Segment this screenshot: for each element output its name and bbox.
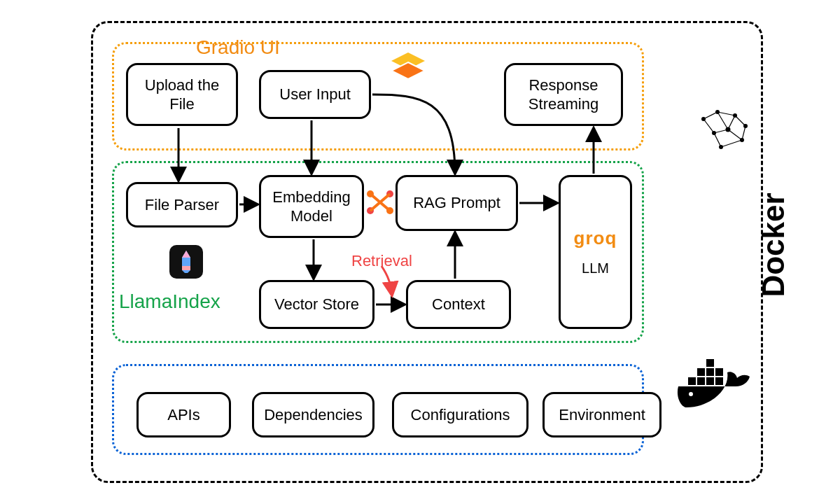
llamaindex-section-title: LlamaIndex xyxy=(119,290,220,313)
svg-rect-10 xyxy=(706,377,714,385)
svg-line-19 xyxy=(735,115,746,126)
node-label: User Input xyxy=(279,85,351,104)
svg-point-31 xyxy=(743,124,748,128)
svg-rect-9 xyxy=(697,377,705,385)
environment-node: Environment xyxy=(542,392,662,438)
node-label: EmbeddingModel xyxy=(272,188,350,226)
node-label: RAG Prompt xyxy=(413,193,500,213)
node-label: Vector Store xyxy=(274,295,359,314)
svg-point-35 xyxy=(719,145,723,149)
node-label: Configurations xyxy=(411,405,510,425)
vector-store-node: Vector Store xyxy=(259,280,374,329)
apis-node: APIs xyxy=(136,392,231,438)
svg-marker-1 xyxy=(391,62,425,79)
node-label: Environment xyxy=(559,405,645,425)
gradio-logo-icon xyxy=(388,52,428,89)
svg-line-26 xyxy=(718,112,728,130)
svg-point-33 xyxy=(726,127,731,132)
configurations-node: Configurations xyxy=(392,392,528,438)
svg-rect-8 xyxy=(688,377,696,385)
node-label: Upload theFile xyxy=(145,76,219,114)
svg-rect-11 xyxy=(715,377,723,385)
svg-point-30 xyxy=(733,113,737,118)
groq-llm-node: groq LLM xyxy=(559,175,632,329)
svg-line-25 xyxy=(721,140,742,147)
node-label: Dependencies xyxy=(264,405,363,425)
groq-brand-label: groq xyxy=(574,227,617,250)
svg-line-27 xyxy=(742,126,746,140)
dependencies-node: Dependencies xyxy=(252,392,374,438)
embedding-model-node: EmbeddingModel xyxy=(259,175,364,238)
svg-point-29 xyxy=(715,110,720,114)
svg-rect-14 xyxy=(715,368,723,376)
svg-line-17 xyxy=(704,112,718,119)
network-graph-icon xyxy=(696,105,752,157)
weave-icon xyxy=(365,189,395,218)
svg-point-34 xyxy=(740,138,744,142)
svg-line-18 xyxy=(718,112,735,115)
docker-whale-icon xyxy=(676,354,752,419)
svg-point-16 xyxy=(689,392,693,396)
retrieval-annotation: Retrieval xyxy=(351,252,412,270)
svg-point-32 xyxy=(712,131,716,135)
docker-section-title: Docker xyxy=(756,192,791,297)
node-label: APIs xyxy=(167,405,200,425)
file-parser-node: File Parser xyxy=(126,182,238,227)
svg-line-20 xyxy=(704,119,714,133)
node-label: ResponseStreaming xyxy=(528,76,598,114)
user-input-node: User Input xyxy=(259,70,371,119)
node-label: File Parser xyxy=(145,195,219,215)
upload-file-node: Upload theFile xyxy=(126,63,238,126)
svg-rect-13 xyxy=(706,368,714,376)
llama-icon xyxy=(169,245,203,281)
svg-point-28 xyxy=(701,117,706,121)
svg-line-23 xyxy=(728,130,742,140)
groq-sub-label: LLM xyxy=(582,260,609,277)
svg-rect-12 xyxy=(697,368,705,376)
svg-rect-15 xyxy=(706,359,714,367)
node-label: Context xyxy=(432,295,485,314)
svg-line-24 xyxy=(714,133,721,147)
context-node: Context xyxy=(406,280,511,329)
rag-prompt-node: RAG Prompt xyxy=(396,175,518,231)
gradio-section-title: Gradio UI xyxy=(196,36,280,59)
response-streaming-node: ResponseStreaming xyxy=(504,63,623,126)
